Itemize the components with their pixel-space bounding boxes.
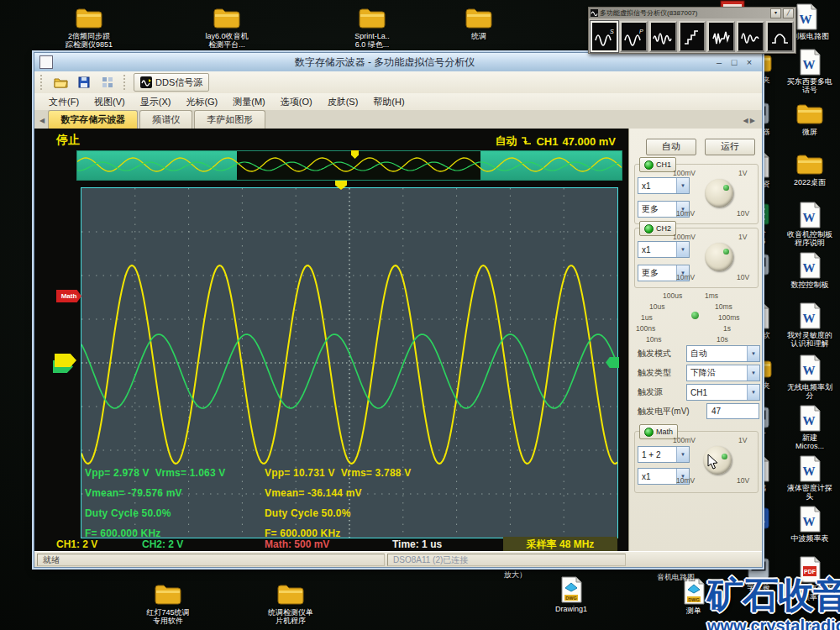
timebase-1ms[interactable]: 1ms [705, 291, 718, 300]
tab-strip: ◀ 数字存储示波器 频谱仪 李萨如图形 ◀ ▶ [34, 110, 762, 129]
run-state-button[interactable]: 停止 [56, 133, 80, 148]
menu-help[interactable]: 帮助(H) [365, 94, 412, 110]
trigger-source-label: 触发源 [638, 386, 663, 398]
timebase-100ms[interactable]: 100ms [718, 313, 740, 322]
timebase-1s[interactable]: 1s [723, 324, 731, 333]
timebase-10ms[interactable]: 10ms [715, 302, 732, 311]
dds-button-stairs-wave[interactable] [679, 21, 706, 52]
menu-bar: 文件(F) 视图(V) 显示(X) 光标(G) 测量(M) 选项(O) 皮肤(S… [34, 93, 762, 111]
dds-button-pulse-hump-wave[interactable] [766, 21, 794, 52]
dds-button-damped-sine-wave[interactable] [737, 21, 764, 52]
svg-text:W: W [803, 211, 816, 224]
timebase-100ns[interactable]: 100ns [636, 324, 655, 333]
desktop-icon-17[interactable]: W买东西要多电 话号 [780, 49, 840, 94]
mouse-cursor [707, 454, 721, 470]
desktop-icon-24[interactable]: W新建 Micros... [780, 405, 840, 450]
trigger-level-input[interactable]: 47 [706, 403, 759, 419]
ch2-duty: Duty Cycle 50.0% [85, 503, 226, 523]
ch2-measurements: Vpp= 2.978 V Vrms= 1.063 V Vmean= -79.57… [85, 463, 226, 543]
tab-spectrum-analyzer[interactable]: 频谱仪 [139, 110, 192, 129]
trigger-mode-select[interactable]: 自动▼ [686, 345, 760, 362]
desktop-icon-2[interactable]: Sprint-La.. 6.0 绿色... [332, 5, 412, 49]
menu-skin[interactable]: 皮肤(S) [320, 94, 366, 110]
sample-rate-status: 采样率 48 MHz [503, 537, 617, 552]
dds-button-am-wave[interactable] [649, 21, 677, 52]
menu-options[interactable]: 选项(O) [273, 94, 320, 110]
timebase-10ns[interactable]: 10ns [646, 335, 661, 344]
timebase-100us[interactable]: 100us [663, 291, 682, 300]
desktop-icon-22[interactable]: W我对灵敏度的 认识和理解 [780, 302, 840, 348]
desktop-icon-label: 新建 Micros... [795, 433, 824, 450]
dds-toolbar-titlebar[interactable]: 多功能虚拟信号分析仪(8387007) ▾ ╱ [589, 8, 795, 18]
menu-view[interactable]: 视图(V) [87, 94, 133, 110]
desktop-icon-1[interactable]: lay6.0收音机 检测平台... [186, 5, 267, 49]
dds-button-sine-p-wave[interactable]: P [620, 21, 648, 52]
run-button[interactable]: 运行 [705, 139, 755, 155]
auto-button[interactable]: 自动 [646, 139, 696, 155]
desktop-icon-21[interactable]: W数控控制板 [780, 252, 840, 289]
dds-signal-source-button[interactable]: DDS信号源 [134, 73, 209, 92]
ch1-probe-select[interactable]: x1▼ [638, 177, 690, 194]
ch2-volts-div-knob[interactable] [705, 243, 733, 271]
desktop-icon-20[interactable]: W收音机控制板 程序说明 [780, 202, 840, 247]
chevron-down-icon: ▼ [676, 178, 689, 193]
dds-toolbar-close-button[interactable]: ╱ [783, 8, 794, 18]
desktop-icon-23[interactable]: W无线电频率划 分 [780, 354, 840, 400]
window-titlebar[interactable]: 数字存储示波器 - 多功能虚拟信号分析仪 – □ × [34, 53, 762, 71]
dds-button-sine-s-wave[interactable]: S [591, 21, 618, 52]
waveform-overview-strip[interactable] [76, 150, 622, 181]
tab-oscilloscope[interactable]: 数字存储示波器 [48, 110, 138, 129]
desktop-icon-19[interactable]: 2022桌面 [780, 151, 840, 186]
timebase-10s[interactable]: 10s [717, 335, 728, 344]
dds-toolbar-collapse-button[interactable]: ▾ [770, 8, 781, 18]
trigger-type-select[interactable]: 下降沿▼ [686, 365, 760, 381]
desktop-icon-18[interactable]: 微屏 [780, 101, 840, 136]
math-operation-select[interactable]: 1 + 2▼ [638, 446, 690, 463]
trigger-level-readout: 47.000 mV [562, 135, 616, 148]
menu-measure[interactable]: 测量(M) [225, 94, 273, 110]
desktop-icon-3[interactable]: 统调 [449, 5, 508, 40]
save-button[interactable] [74, 73, 94, 92]
menu-file[interactable]: 文件(F) [41, 94, 87, 110]
ch1-led-icon [644, 160, 654, 170]
math-channel-marker[interactable]: Math [56, 290, 81, 302]
watermark-title: 矿石收音机 [707, 571, 840, 620]
maximize-button[interactable]: □ [727, 57, 742, 67]
ch1-enable-button[interactable]: CH1 [639, 157, 676, 172]
desktop-icon-26[interactable]: W中波频率表 [780, 506, 840, 543]
minimize-button[interactable]: – [711, 57, 727, 67]
trigger-source-select[interactable]: CH1▼ [686, 384, 760, 401]
desktop-icon-28[interactable]: 红灯745统调 专用软件 [128, 581, 208, 625]
settings-button[interactable] [97, 73, 118, 92]
dds-waveform-toolbar[interactable]: 多功能虚拟信号分析仪(8387007) ▾ ╱ SP [588, 7, 796, 54]
ch1-position-marker[interactable] [55, 354, 76, 367]
menu-cursor[interactable]: 光标(G) [178, 94, 225, 110]
ch2-probe-select[interactable]: x1▼ [638, 241, 690, 258]
open-file-button[interactable] [50, 73, 71, 92]
ch2-knob-indicator [723, 249, 729, 255]
ch2-enable-button[interactable]: CH2 [639, 221, 676, 236]
ch2-knob-label-10mv: 10mV [676, 273, 695, 281]
menu-display[interactable]: 显示(X) [133, 94, 179, 110]
desktop-icon-label: 红灯745统调 专用软件 [146, 608, 189, 625]
timebase-1us[interactable]: 1us [641, 313, 653, 322]
dds-button-burst-wave[interactable] [707, 21, 735, 52]
desktop-icon-0[interactable]: 2倍频同步跟 踪检测仪9851 [49, 5, 129, 49]
ch1-volts-div-knob[interactable] [705, 179, 733, 207]
desktop-icon-label: 买东西要多电 话号 [787, 77, 832, 94]
tab-lissajous[interactable]: 李萨如图形 [194, 110, 265, 129]
timebase-10us[interactable]: 10us [649, 302, 664, 311]
close-button[interactable]: × [742, 57, 757, 67]
desktop-label-fragment-0: 放大） [504, 570, 527, 579]
sine-s-wave-icon: S [594, 27, 614, 47]
desktop-icon-29[interactable]: 统调检测仪单 片机程序 [250, 581, 331, 625]
tab-scroll-left-button[interactable]: ◀ [39, 117, 45, 124]
svg-text:W: W [803, 465, 816, 478]
trigger-mode-label: 触发模式 [638, 348, 671, 360]
timebase-knob[interactable] [691, 312, 699, 319]
floppy-disk-icon [78, 76, 90, 88]
desktop-icon-25[interactable]: W液体密度计探 头 [780, 455, 840, 501]
tab-scroll-right-buttons[interactable]: ◀ ▶ [743, 117, 755, 129]
desktop-icon-30[interactable]: DWGDrawing1 [538, 576, 605, 613]
svg-text:DWG: DWG [565, 596, 576, 601]
